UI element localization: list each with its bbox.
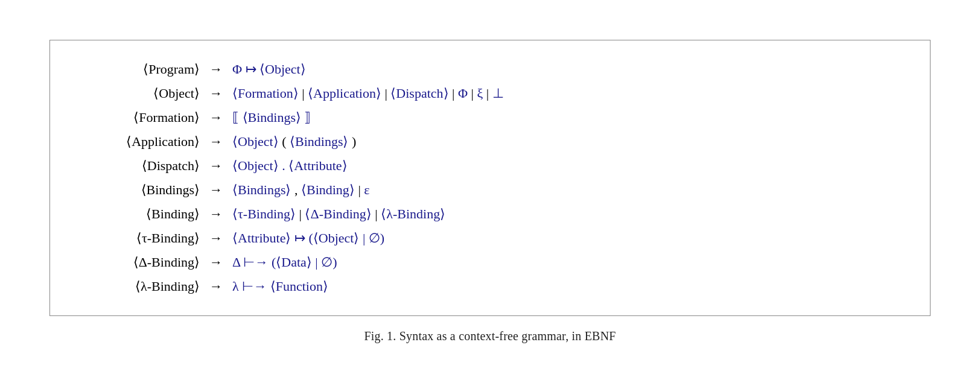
arrow-cell: →: [201, 250, 231, 274]
rhs-cell: ⟨Object⟩ . ⟨Attribute⟩: [231, 154, 900, 178]
grammar-row: ⟨λ-Binding⟩→λ ⊢→ ⟨Function⟩: [80, 274, 900, 299]
rhs-cell: Φ ↦ ⟨Object⟩: [231, 57, 900, 81]
rhs-cell: Δ ⊢→ (⟨Data⟩ | ∅): [231, 250, 900, 274]
arrow-cell: →: [201, 106, 231, 130]
arrow-cell: →: [201, 130, 231, 154]
lhs-cell: ⟨Object⟩: [80, 81, 201, 106]
lhs-cell: ⟨τ-Binding⟩: [80, 226, 201, 250]
grammar-table: ⟨Program⟩→Φ ↦ ⟨Object⟩⟨Object⟩→⟨Formatio…: [80, 57, 900, 299]
grammar-row: ⟨Formation⟩→⟦ ⟨Bindings⟩ ⟧: [80, 106, 900, 130]
arrow-cell: →: [201, 154, 231, 178]
grammar-box: ⟨Program⟩→Φ ↦ ⟨Object⟩⟨Object⟩→⟨Formatio…: [49, 40, 931, 317]
grammar-row: ⟨τ-Binding⟩→⟨Attribute⟩ ↦ (⟨Object⟩ | ∅): [80, 226, 900, 250]
lhs-cell: ⟨Bindings⟩: [80, 178, 201, 202]
main-container: ⟨Program⟩→Φ ↦ ⟨Object⟩⟨Object⟩→⟨Formatio…: [0, 28, 980, 356]
arrow-cell: →: [201, 57, 231, 81]
arrow-cell: →: [201, 81, 231, 106]
grammar-row: ⟨Dispatch⟩→⟨Object⟩ . ⟨Attribute⟩: [80, 154, 900, 178]
figure-caption: Fig. 1. Syntax as a context-free grammar…: [364, 329, 616, 343]
arrow-cell: →: [201, 226, 231, 250]
grammar-row: ⟨Program⟩→Φ ↦ ⟨Object⟩: [80, 57, 900, 81]
grammar-row: ⟨Δ-Binding⟩→Δ ⊢→ (⟨Data⟩ | ∅): [80, 250, 900, 274]
grammar-row: ⟨Bindings⟩→⟨Bindings⟩ , ⟨Binding⟩ | ε: [80, 178, 900, 202]
grammar-row: ⟨Application⟩→⟨Object⟩ ( ⟨Bindings⟩ ): [80, 130, 900, 154]
rhs-cell: ⟨Bindings⟩ , ⟨Binding⟩ | ε: [231, 178, 900, 202]
arrow-cell: →: [201, 178, 231, 202]
rhs-cell: ⟨Attribute⟩ ↦ (⟨Object⟩ | ∅): [231, 226, 900, 250]
lhs-cell: ⟨Dispatch⟩: [80, 154, 201, 178]
lhs-cell: ⟨λ-Binding⟩: [80, 274, 201, 299]
arrow-cell: →: [201, 202, 231, 226]
rhs-cell: ⟨Formation⟩ | ⟨Application⟩ | ⟨Dispatch⟩…: [231, 81, 900, 106]
rhs-cell: ⟨τ-Binding⟩ | ⟨Δ-Binding⟩ | ⟨λ-Binding⟩: [231, 202, 900, 226]
rhs-cell: ⟦ ⟨Bindings⟩ ⟧: [231, 106, 900, 130]
lhs-cell: ⟨Formation⟩: [80, 106, 201, 130]
rhs-cell: λ ⊢→ ⟨Function⟩: [231, 274, 900, 299]
lhs-cell: ⟨Program⟩: [80, 57, 201, 81]
rhs-cell: ⟨Object⟩ ( ⟨Bindings⟩ ): [231, 130, 900, 154]
grammar-row: ⟨Object⟩→⟨Formation⟩ | ⟨Application⟩ | ⟨…: [80, 81, 900, 106]
grammar-row: ⟨Binding⟩→⟨τ-Binding⟩ | ⟨Δ-Binding⟩ | ⟨λ…: [80, 202, 900, 226]
arrow-cell: →: [201, 274, 231, 299]
lhs-cell: ⟨Δ-Binding⟩: [80, 250, 201, 274]
lhs-cell: ⟨Application⟩: [80, 130, 201, 154]
lhs-cell: ⟨Binding⟩: [80, 202, 201, 226]
